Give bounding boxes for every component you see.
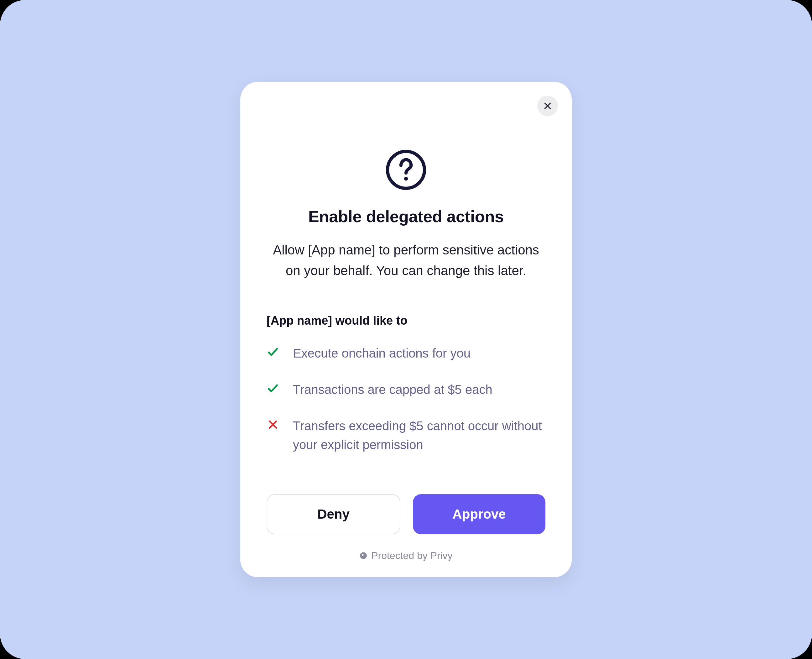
- close-icon: [543, 101, 552, 110]
- button-row: Deny Approve: [256, 494, 556, 534]
- svg-point-7: [362, 554, 364, 556]
- permission-text: Execute onchain actions for you: [293, 344, 471, 363]
- permission-text: Transfers exceeding $5 cannot occur with…: [293, 416, 545, 454]
- check-icon: [267, 346, 279, 358]
- cross-icon: [267, 418, 279, 431]
- shield-icon: [359, 552, 367, 560]
- svg-point-3: [404, 177, 408, 181]
- footer-text: Protected by Privy: [371, 550, 453, 561]
- modal-title: Enable delegated actions: [308, 207, 504, 226]
- check-icon: [267, 382, 279, 394]
- permission-text: Transactions are capped at $5 each: [293, 380, 493, 399]
- permission-item: Execute onchain actions for you: [267, 344, 545, 363]
- permissions-title: [App name] would like to: [267, 314, 545, 328]
- permission-modal: Enable delegated actions Allow [App name…: [240, 82, 572, 577]
- svg-point-6: [360, 552, 367, 559]
- permission-item: Transactions are capped at $5 each: [267, 380, 545, 399]
- approve-button[interactable]: Approve: [413, 494, 545, 534]
- permissions-section: [App name] would like to Execute onchain…: [256, 314, 556, 454]
- close-button[interactable]: [537, 96, 558, 116]
- deny-button[interactable]: Deny: [267, 494, 400, 534]
- question-icon: [386, 150, 426, 190]
- modal-footer: Protected by Privy: [359, 550, 453, 561]
- page-background: Enable delegated actions Allow [App name…: [0, 0, 812, 659]
- permission-item: Transfers exceeding $5 cannot occur with…: [267, 416, 545, 454]
- modal-description: Allow [App name] to perform sensitive ac…: [270, 240, 542, 281]
